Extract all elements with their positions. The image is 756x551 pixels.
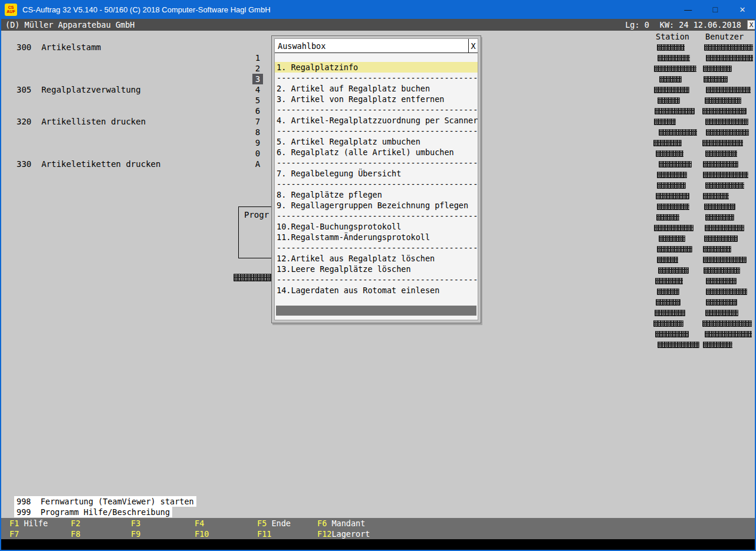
auswahlbox-dialog: Auswahlbox X 1. Regalplatzinfo----------… — [271, 35, 481, 323]
redacted-station — [659, 235, 685, 242]
fkey-F3[interactable]: F3 — [131, 518, 140, 529]
fkey-F1[interactable]: F1 Hilfe — [9, 518, 48, 529]
fkey-F12[interactable]: F12Lagerort — [317, 529, 370, 539]
redacted-user — [705, 182, 744, 189]
redacted-user — [702, 108, 747, 114]
dialog-item[interactable]: 9. Regallagergruppen Bezeichnung pflegen — [275, 200, 478, 211]
redacted-station — [658, 267, 689, 274]
dialog-scrollbar[interactable] — [276, 306, 476, 316]
dialog-item[interactable]: 11.Regalstamm-Änderungsprotokoll — [275, 232, 478, 242]
minimize-button[interactable]: — — [675, 0, 702, 19]
redacted-station — [655, 278, 683, 284]
dialog-item[interactable]: 5. Artikel Regalplatz umbuchen — [275, 136, 478, 147]
fkey-code: F7 — [9, 529, 19, 539]
hotkey-6[interactable]: 6 — [252, 106, 263, 116]
program-box-label: Progr — [244, 210, 269, 219]
redacted-user — [705, 119, 748, 125]
redacted-user — [705, 150, 737, 157]
fkey-F4[interactable]: F4 — [195, 518, 204, 529]
app-icon-text-bottom: AUF — [6, 9, 15, 14]
redacted-row — [652, 149, 749, 159]
redacted-user — [705, 214, 734, 221]
redacted-user — [704, 267, 740, 274]
redacted-station — [656, 299, 681, 306]
hotkey-A[interactable]: A — [252, 159, 263, 169]
redacted-station — [657, 172, 687, 178]
redacted-user — [703, 172, 748, 178]
redacted-user — [706, 55, 753, 61]
hotkey-8[interactable]: 8 — [252, 127, 263, 137]
fkey-F10[interactable]: F10 — [195, 529, 209, 539]
redacted-row — [652, 329, 749, 340]
dialog-item[interactable]: 8. Regalplätze pflegen — [275, 189, 478, 200]
redacted-station — [659, 161, 692, 168]
fkey-code: F12 — [317, 529, 331, 539]
close-button[interactable]: ✕ — [729, 0, 756, 19]
hotkey-7[interactable]: 7 — [252, 116, 263, 127]
dialog-item[interactable]: 10.Regal-Buchungsprotokoll — [275, 221, 478, 232]
redacted-row — [652, 297, 749, 308]
menu-item-330[interactable]: 330 Artikeletiketten drucken — [17, 159, 160, 169]
company-name: (D) Müller Apparatebau GmbH — [5, 20, 134, 29]
dialog-close-button[interactable]: X — [468, 39, 478, 53]
dialog-item[interactable]: 6. Regalplatz (alle Artikel) umbuchen — [275, 147, 478, 158]
fkey-F5[interactable]: F5 Ende — [257, 518, 291, 529]
redacted-user — [703, 193, 729, 199]
fkey-F2[interactable]: F2 — [71, 518, 80, 529]
fkey-F6[interactable]: F6 Mandant — [317, 518, 365, 529]
redacted-user — [703, 246, 731, 252]
fkey-F7[interactable]: F7 — [9, 529, 19, 539]
redacted-station — [653, 320, 683, 327]
hotkey-2[interactable]: 2 — [252, 63, 263, 74]
fkey-code: F10 — [195, 529, 209, 539]
header-close-button[interactable]: X — [747, 20, 755, 29]
fkey-F8[interactable]: F8 — [71, 529, 80, 539]
app-icon-text-top: CS — [8, 5, 14, 9]
fkey-F11[interactable]: F11 — [257, 529, 271, 539]
dialog-item[interactable]: 2. Artikel auf Regalplatz buchen — [275, 83, 478, 94]
redacted-row — [652, 276, 749, 287]
redacted-user — [705, 331, 752, 337]
footer-item-998[interactable]: 998 Fernwartung (TeamViewer) starten — [14, 496, 196, 507]
hotkey-4[interactable]: 4 — [252, 84, 263, 95]
menu-item-300[interactable]: 300 Artikelstamm — [17, 42, 101, 53]
dialog-item[interactable]: 1. Regalplatzinfo — [275, 62, 478, 73]
dialog-item[interactable]: 7. Regalbelegung Übersicht — [275, 168, 478, 179]
redacted-station — [656, 150, 683, 157]
hotkey-1[interactable]: 1 — [252, 53, 263, 63]
hotkey-3[interactable]: 3 — [252, 74, 263, 84]
redacted-station — [657, 204, 689, 210]
dialog-item[interactable]: 3. Artikel von Regalplatz entfernen — [275, 94, 478, 104]
fbar-row2: F7F8F9F10F11F12Lagerort — [0, 529, 756, 539]
fkey-label: Mandant — [327, 519, 365, 528]
redacted-row — [652, 42, 749, 53]
footer-item-999[interactable]: 999 Programm Hilfe/Beschreibung — [14, 507, 172, 517]
redacted-station — [656, 214, 679, 221]
redacted-row — [652, 64, 749, 74]
menu-item-320[interactable]: 320 Artikellisten drucken — [17, 116, 146, 127]
dialog-item[interactable]: 13.Leere Regalplätze löschen — [275, 264, 478, 274]
redacted-user — [704, 235, 738, 242]
auswahlbox-inner: Auswahlbox X 1. Regalplatzinfo----------… — [274, 38, 478, 320]
maximize-button[interactable]: □ — [702, 0, 729, 19]
redacted-row — [652, 181, 749, 191]
redacted-row — [652, 159, 749, 170]
hotkey-9[interactable]: 9 — [252, 137, 263, 148]
dialog-item[interactable]: 4. Artikel-Regalplatzzuordnung per Scann… — [275, 115, 478, 126]
hotkey-5[interactable]: 5 — [252, 95, 263, 106]
menu-item-305[interactable]: 305 Regalplatzverwaltung — [17, 84, 141, 95]
redacted-station — [655, 310, 685, 316]
header-bar: (D) Müller Apparatebau GmbH Lg: 0 KW: 24… — [0, 19, 756, 31]
fkey-F9[interactable]: F9 — [131, 529, 140, 539]
redacted-row — [652, 308, 749, 319]
dialog-item[interactable]: 14.Lagerdaten aus Rotomat einlesen — [275, 285, 478, 296]
redacted-row — [652, 106, 749, 117]
dialog-item[interactable]: 12.Artikel aus Regalplatz löschen — [275, 253, 478, 264]
minimize-icon: — — [685, 5, 692, 14]
redacted-station — [657, 246, 692, 252]
redacted-station — [654, 87, 689, 93]
hotkey-0[interactable]: 0 — [252, 148, 263, 159]
fkey-code: F1 — [9, 519, 19, 528]
redacted-user — [705, 97, 741, 104]
hotkey-column: 1234567890A — [252, 53, 263, 169]
